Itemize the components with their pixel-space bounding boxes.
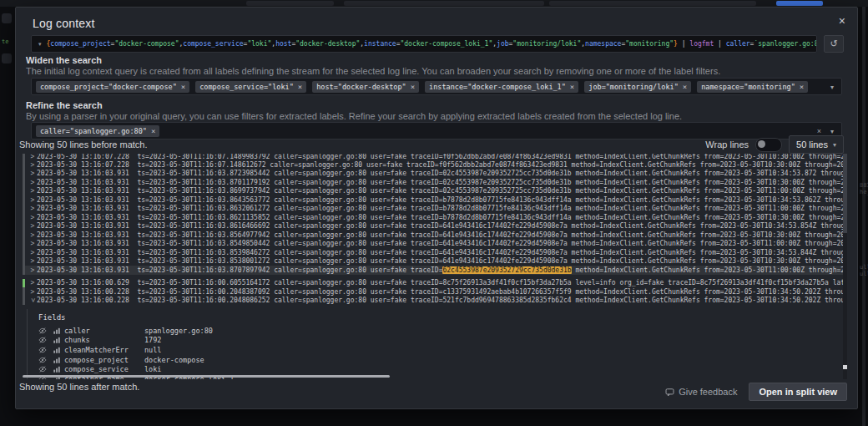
- eye-slash-icon[interactable]: [38, 346, 47, 354]
- match-highlight: 62c4553987e209352729cc735d0de31b: [442, 266, 571, 274]
- eye-slash-icon[interactable]: [38, 356, 47, 364]
- expand-chevron-icon[interactable]: >: [28, 266, 37, 274]
- log-level-bar: [23, 297, 25, 306]
- label-filter-chip[interactable]: host="docker-desktop"×: [312, 81, 419, 93]
- expand-chevron-icon[interactable]: >: [28, 187, 37, 195]
- log-line-text: 2023-05-30 13:16:03.931 ts=2023-05-30T11…: [37, 170, 847, 177]
- label-filter-chip[interactable]: namespace="monitoring"×: [697, 81, 808, 93]
- expand-chevron-icon[interactable]: >: [28, 154, 37, 160]
- label-filter-chip[interactable]: instance="docker-compose_loki_1"×: [425, 81, 578, 93]
- clear-icon[interactable]: ×: [817, 127, 821, 135]
- log-row[interactable]: >2023-05-30 13:16:03.931 ts=2023-05-30T1…: [23, 178, 847, 187]
- log-row[interactable]: >2023-05-30 13:16:03.931 ts=2023-05-30T1…: [23, 213, 847, 222]
- expand-chevron-icon[interactable]: >: [28, 257, 37, 265]
- logql-query-text: {compose_project="docker-compose",compos…: [47, 40, 817, 48]
- expand-chevron-icon[interactable]: >: [28, 231, 37, 239]
- field-value: spanlogger.go:80: [144, 327, 213, 335]
- expand-chevron-icon[interactable]: >: [28, 288, 37, 296]
- chip-remove-icon[interactable]: ×: [151, 128, 155, 134]
- expand-chevron-icon[interactable]: >: [29, 297, 37, 305]
- expand-chevron-icon[interactable]: >: [28, 214, 37, 221]
- query-collapse-chevron-icon[interactable]: ▾: [38, 41, 42, 48]
- wrap-lines-toggle[interactable]: [755, 138, 782, 152]
- horizontal-scrollbar[interactable]: [23, 375, 390, 378]
- open-split-view-button[interactable]: Open in split view: [749, 383, 847, 401]
- log-level-bar: [23, 222, 25, 231]
- lines-count-select[interactable]: 50 lines ▾: [789, 135, 844, 154]
- log-row[interactable]: >2023-05-30 13:16:03.931 ts=2023-05-30T1…: [23, 231, 847, 240]
- field-name: caller: [64, 327, 144, 335]
- expand-chevron-icon[interactable]: >: [28, 205, 37, 212]
- close-icon[interactable]: ×: [839, 15, 845, 27]
- log-context-lines[interactable]: >2023-05-30 13:16:07.228 ts=2023-05-30T1…: [23, 154, 847, 379]
- background-page-toolbar: [0, 0, 868, 7]
- lines-after-status: Showing 50 lines after match.: [19, 382, 139, 392]
- revert-query-button[interactable]: ↺: [824, 35, 844, 53]
- expand-chevron-icon[interactable]: >: [28, 240, 37, 247]
- chip-label: caller="spanlogger.go:80": [40, 127, 147, 135]
- chip-remove-icon[interactable]: ×: [570, 84, 574, 90]
- log-row[interactable]: >2023-05-30 13:16:00.228 ts=2023-05-30T1…: [23, 287, 847, 297]
- give-feedback-link[interactable]: Give feedback: [665, 387, 737, 397]
- log-row[interactable]: >2023-05-30 13:16:03.931 ts=2023-05-30T1…: [23, 195, 847, 205]
- log-row[interactable]: >2023-05-30 13:16:03.931 ts=2023-05-30T1…: [23, 248, 847, 257]
- log-context-title: Log context: [33, 17, 95, 30]
- refine-search-description: By using a parser in your original query…: [26, 111, 682, 121]
- chip-remove-icon[interactable]: ×: [411, 84, 415, 90]
- query-segment: |: [714, 40, 725, 48]
- log-level-bar: [23, 287, 25, 297]
- expand-chevron-icon[interactable]: >: [28, 279, 37, 287]
- stats-icon[interactable]: [53, 327, 61, 335]
- eye-slash-icon[interactable]: [38, 336, 47, 344]
- toggle-knob: [758, 140, 765, 148]
- query-segment: instance: [364, 40, 396, 48]
- expand-chevron-icon[interactable]: >: [28, 170, 37, 177]
- label-filter-chip[interactable]: caller="spanlogger.go:80"×: [36, 125, 159, 137]
- log-row[interactable]: >2023-05-30 13:16:07.228 ts=2023-05-30T1…: [23, 154, 847, 160]
- log-row[interactable]: >2023-05-30 13:16:03.931 ts=2023-05-30T1…: [23, 187, 847, 196]
- expand-chevron-icon[interactable]: >: [28, 179, 37, 186]
- expand-chevron-icon[interactable]: >: [28, 249, 37, 256]
- log-row[interactable]: >2023-05-30 13:16:03.931 ts=2023-05-30T1…: [23, 257, 847, 266]
- chip-remove-icon[interactable]: ×: [298, 84, 302, 90]
- log-row[interactable]: >2023-05-30 13:16:03.931 ts=2023-05-30T1…: [23, 222, 847, 231]
- stats-icon[interactable]: [53, 336, 61, 344]
- query-segment: |: [678, 40, 689, 48]
- chip-label: compose_service="loki": [199, 83, 294, 91]
- expand-chevron-icon[interactable]: >: [28, 161, 37, 169]
- chip-remove-icon[interactable]: ×: [800, 84, 804, 90]
- vertical-scrollbar[interactable]: [843, 154, 847, 379]
- eye-slash-icon[interactable]: [38, 327, 47, 335]
- log-level-bar: [23, 279, 25, 288]
- chevron-down-icon[interactable]: ▾: [830, 84, 834, 91]
- log-row[interactable]: >2023-05-30 13:16:03.931 ts=2023-05-30T1…: [23, 205, 847, 214]
- log-level-bar: [23, 231, 25, 240]
- scrollbar-thumb[interactable]: [843, 154, 847, 233]
- expand-chevron-icon[interactable]: >: [28, 222, 37, 230]
- stats-icon[interactable]: [53, 346, 61, 354]
- log-level-bar: [23, 205, 25, 214]
- query-segment: logfmt: [689, 40, 714, 48]
- label-filter-chip[interactable]: job="monitoring/loki"×: [584, 81, 691, 93]
- widen-label-filter-select[interactable]: compose_project="docker-compose"×compose…: [31, 78, 842, 95]
- field-row: cleanMatcherErrnull: [38, 345, 414, 355]
- query-segment: "loki": [247, 40, 271, 48]
- log-row[interactable]: >2023-05-30 13:16:00.228 ts=2023-05-30T1…: [23, 297, 847, 306]
- stats-icon[interactable]: [53, 356, 61, 364]
- expand-chevron-icon[interactable]: >: [28, 196, 37, 204]
- log-row[interactable]: >2023-05-30 13:16:00.629 ts=2023-05-30T1…: [23, 279, 847, 288]
- log-row[interactable]: >2023-05-30 13:16:03.931 ts=2023-05-30T1…: [23, 170, 847, 179]
- log-line-text: 2023-05-30 13:16:03.931 ts=2023-05-30T11…: [37, 240, 847, 247]
- log-row[interactable]: >2023-05-30 13:16:07.228 ts=2023-05-30T1…: [23, 160, 847, 170]
- stats-icon[interactable]: [53, 365, 61, 373]
- log-row-match[interactable]: >2023-05-30 13:16:03.931 ts=2023-05-30T1…: [23, 266, 847, 275]
- log-row[interactable]: >2023-05-30 13:16:03.931 ts=2023-05-30T1…: [23, 240, 847, 249]
- chip-remove-icon[interactable]: ×: [683, 84, 687, 90]
- logql-query-input[interactable]: ▾ {compose_project="docker-compose",comp…: [31, 35, 817, 53]
- query-segment: namespace: [585, 40, 621, 48]
- chip-remove-icon[interactable]: ×: [181, 84, 185, 90]
- label-filter-chip[interactable]: compose_service="loki"×: [195, 81, 306, 93]
- chevron-down-icon[interactable]: ▾: [830, 128, 834, 135]
- eye-slash-icon[interactable]: [38, 365, 47, 373]
- label-filter-chip[interactable]: compose_project="docker-compose"×: [36, 81, 189, 93]
